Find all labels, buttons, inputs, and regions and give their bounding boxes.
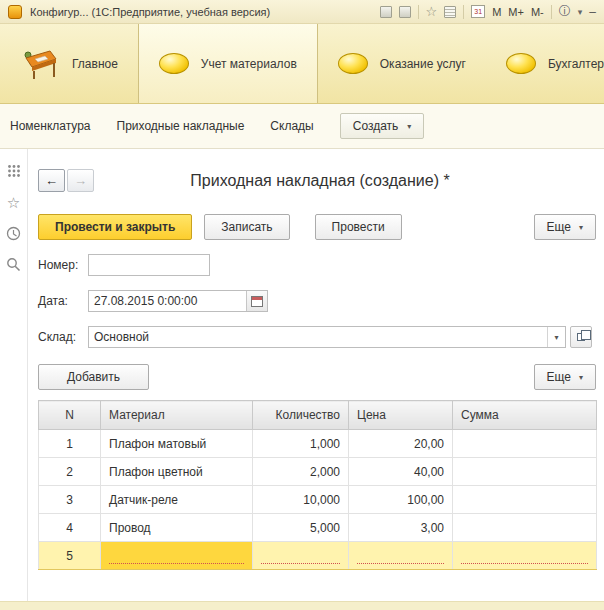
- tab-label: Учет материалов: [201, 57, 297, 71]
- cell-qty[interactable]: 1,000: [253, 430, 349, 458]
- cell-n[interactable]: 2: [39, 458, 101, 486]
- date-field: [88, 290, 268, 312]
- cell-material[interactable]: Провод: [101, 514, 253, 542]
- date-picker-button[interactable]: [246, 291, 267, 311]
- subsystem-icon: [506, 53, 536, 74]
- more-button[interactable]: Еще ▾: [534, 214, 596, 240]
- warehouse-input[interactable]: [89, 327, 547, 347]
- desk-icon: [20, 47, 60, 81]
- number-field: [88, 254, 210, 276]
- cell-material[interactable]: Плафон цветной: [101, 458, 253, 486]
- save-icon[interactable]: [380, 6, 392, 18]
- calendar-icon[interactable]: 31: [471, 5, 485, 18]
- memory-recall-button[interactable]: М: [492, 6, 501, 18]
- tab-uchet-materialov[interactable]: Учет материалов: [138, 24, 318, 103]
- section-tabs-bar: Главное Учет материалов Оказание услуг Б…: [0, 24, 604, 104]
- column-header-n[interactable]: N: [39, 401, 101, 430]
- warehouse-label: Склад:: [38, 330, 88, 344]
- column-header-price[interactable]: Цена: [349, 401, 453, 430]
- date-label: Дата:: [38, 294, 88, 308]
- cell-qty[interactable]: [253, 542, 349, 570]
- column-header-sum[interactable]: Сумма: [453, 401, 597, 430]
- window-bottom-edge: [0, 601, 604, 610]
- quick-access-toolbar: ☆ 31 М М+ М- ⓘ ▾ –: [380, 3, 596, 20]
- minimize-button[interactable]: –: [589, 5, 596, 19]
- cell-sum[interactable]: [453, 458, 597, 486]
- cell-price[interactable]: [349, 542, 453, 570]
- cell-n[interactable]: 5: [39, 542, 101, 570]
- cell-material-active[interactable]: [101, 542, 253, 570]
- forward-button[interactable]: →: [67, 169, 94, 192]
- history-clock-icon[interactable]: [6, 225, 22, 241]
- back-button[interactable]: ←: [38, 169, 65, 192]
- memory-plus-button[interactable]: М+: [508, 6, 524, 18]
- number-label: Номер:: [38, 258, 88, 272]
- table-row[interactable]: 3 Датчик-реле 10,000 100,00: [39, 486, 597, 514]
- cell-n[interactable]: 1: [39, 430, 101, 458]
- search-icon[interactable]: [6, 256, 22, 272]
- cell-sum[interactable]: [453, 542, 597, 570]
- chevron-down-icon: ▾: [554, 333, 558, 342]
- cell-n[interactable]: 4: [39, 514, 101, 542]
- cell-qty[interactable]: 10,000: [253, 486, 349, 514]
- table-more-button[interactable]: Еще ▾: [534, 364, 596, 390]
- menu-item-nomenklatura[interactable]: Номенклатура: [10, 119, 91, 133]
- table-row[interactable]: 1 Плафон матовый 1,000 20,00: [39, 430, 597, 458]
- journal-icon[interactable]: [444, 6, 456, 18]
- memory-minus-button[interactable]: М-: [531, 6, 544, 18]
- table-row[interactable]: 2 Плафон цветной 2,000 40,00: [39, 458, 597, 486]
- cell-sum[interactable]: [453, 486, 597, 514]
- date-input[interactable]: [89, 291, 246, 311]
- warehouse-dropdown-button[interactable]: ▾: [547, 327, 565, 347]
- cell-price[interactable]: 40,00: [349, 458, 453, 486]
- tools-grid-icon[interactable]: [6, 163, 22, 179]
- cell-sum[interactable]: [453, 430, 597, 458]
- warehouse-open-button[interactable]: [570, 326, 592, 348]
- table-more-label: Еще: [547, 370, 571, 384]
- tab-label: Оказание услуг: [380, 57, 466, 71]
- column-header-material[interactable]: Материал: [101, 401, 253, 430]
- cell-n[interactable]: 3: [39, 486, 101, 514]
- table-row-selected[interactable]: 5: [39, 542, 597, 570]
- chevron-down-icon: ▾: [407, 122, 411, 131]
- menu-item-sklady[interactable]: Склады: [270, 119, 313, 133]
- materials-table: N Материал Количество Цена Сумма 1 Плафо…: [38, 400, 597, 570]
- cell-material[interactable]: Датчик-реле: [101, 486, 253, 514]
- tab-okazanie-uslug[interactable]: Оказание услуг: [318, 24, 486, 103]
- more-button-label: Еще: [547, 220, 571, 234]
- cell-sum[interactable]: [453, 514, 597, 542]
- favorites-star-icon[interactable]: ☆: [6, 194, 22, 210]
- cell-price[interactable]: 20,00: [349, 430, 453, 458]
- tab-buhgalteria[interactable]: Бухгалтери: [486, 24, 604, 103]
- required-field-underline: [261, 548, 340, 564]
- chevron-down-icon: ▾: [579, 373, 583, 382]
- required-field-underline: [357, 548, 444, 564]
- required-field-underline: [461, 548, 588, 564]
- tab-label: Бухгалтери: [548, 57, 604, 71]
- number-input[interactable]: [89, 255, 209, 275]
- write-button[interactable]: Записать: [204, 214, 289, 240]
- cell-price[interactable]: 3,00: [349, 514, 453, 542]
- menu-item-prihodnye-nakladnye[interactable]: Приходные накладные: [117, 119, 245, 133]
- cell-qty[interactable]: 5,000: [253, 514, 349, 542]
- titlebar: Конфигур... (1С:Предприятие, учебная вер…: [0, 0, 604, 24]
- post-and-close-button[interactable]: Провести и закрыть: [38, 214, 192, 240]
- cell-material[interactable]: Плафон матовый: [101, 430, 253, 458]
- column-header-qty[interactable]: Количество: [253, 401, 349, 430]
- favorites-star-icon[interactable]: ☆: [426, 5, 438, 18]
- cell-qty[interactable]: 2,000: [253, 458, 349, 486]
- subsystem-icon: [159, 53, 189, 74]
- tab-glavnoe[interactable]: Главное: [0, 24, 138, 103]
- table-toolbar: Добавить Еще ▾: [38, 364, 596, 390]
- warehouse-field: ▾: [88, 326, 566, 348]
- add-row-button[interactable]: Добавить: [38, 364, 149, 390]
- post-button[interactable]: Провести: [315, 214, 402, 240]
- save-all-icon[interactable]: [399, 6, 411, 18]
- info-button[interactable]: ⓘ: [559, 3, 571, 20]
- create-button[interactable]: Создать ▾: [340, 113, 425, 139]
- chevron-down-icon: ▾: [579, 223, 583, 232]
- cell-price[interactable]: 100,00: [349, 486, 453, 514]
- chevron-down-icon[interactable]: ▾: [578, 7, 583, 17]
- left-tool-rail: ☆: [0, 149, 28, 610]
- table-row[interactable]: 4 Провод 5,000 3,00: [39, 514, 597, 542]
